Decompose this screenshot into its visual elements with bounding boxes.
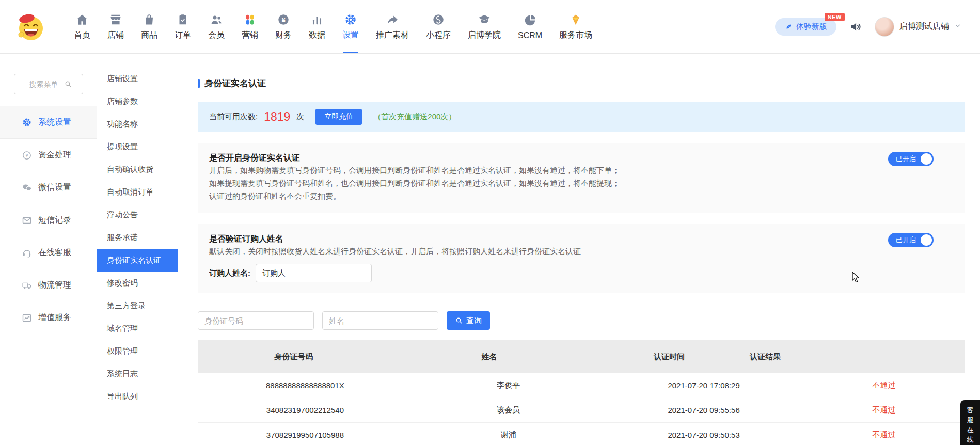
table-header-cell: 身份证号码 <box>198 352 389 362</box>
recharge-button[interactable]: 立即充值 <box>315 109 362 125</box>
nav-item-scrm[interactable]: SCRM <box>516 0 544 53</box>
nav-icon <box>310 12 324 26</box>
nav-icon <box>143 12 156 26</box>
nav-item-service-market[interactable]: 服务市场 <box>558 0 594 53</box>
nav-item-promo-material[interactable]: 推广素材 <box>374 0 410 53</box>
buyer-name-input[interactable] <box>256 264 372 282</box>
nav-item-academy[interactable]: 启博学院 <box>466 0 502 53</box>
sidebar-item-icon <box>22 248 32 258</box>
id-auth-line-2: 如果提现需要填写身份证号码和姓名，也会调用接口判断身份证和姓名是否通过实名认证，… <box>209 177 953 189</box>
app-window: 首页 店铺 商品 订单 会员 <box>0 0 980 445</box>
id-auth-section: 是否开启身份证实名认证 开启后，如果购物需要填写身份证号码，会调用接口判断身份证… <box>198 143 965 213</box>
nav-item-finance[interactable]: 财务 <box>274 0 293 53</box>
table-header-cell: 认证结果 <box>750 352 781 362</box>
page-title: 身份证实名认证 <box>204 77 266 89</box>
verify-name-section: 是否验证订购人姓名 默认关闭，关闭时按照收货人姓名来进行身份证实名认证，开启后，… <box>198 224 965 293</box>
secondary-sidebar: 店铺设置 店铺参数 功能名称 提现设置 自动确认收货 <box>97 54 178 445</box>
nav-item-goods[interactable]: 商品 <box>139 0 159 53</box>
nav-item-home[interactable]: 首页 <box>72 0 92 53</box>
submenu-item[interactable]: 导出队列 <box>97 385 178 408</box>
sidebar-item-system-settings[interactable]: 系统设置 <box>0 106 97 139</box>
nav-icon <box>524 13 537 27</box>
brand-logo-laughing-emoji[interactable] <box>15 12 45 42</box>
announcement-speaker-icon[interactable] <box>849 20 862 34</box>
sidebar-item-logistics[interactable]: 物流管理 <box>0 269 97 301</box>
sidebar-item-value-added[interactable]: 增值服务 <box>0 301 97 334</box>
menu-search-input[interactable] <box>14 74 83 94</box>
submenu-item[interactable]: 域名管理 <box>97 317 178 340</box>
verify-name-toggle[interactable]: 已开启 <box>888 233 934 247</box>
search-icon <box>455 316 463 325</box>
id-auth-title: 是否开启身份证实名认证 <box>209 153 953 164</box>
nav-item-mini-program[interactable]: 小程序 <box>424 0 452 53</box>
submenu-item[interactable]: 系统日志 <box>97 362 178 385</box>
nav-icon <box>569 12 582 26</box>
cell-id-number: 370829199507105988 <box>198 431 413 439</box>
submenu-item[interactable]: 提现设置 <box>97 135 178 158</box>
submenu-item[interactable]: 店铺参数 <box>97 90 178 113</box>
nav-icon <box>176 12 189 26</box>
cell-auth-result: 不通过 <box>803 380 965 390</box>
submenu-item[interactable]: 功能名称 <box>97 113 178 135</box>
submenu-item[interactable]: 身份证实名认证 <box>97 249 178 272</box>
submenu-item[interactable]: 店铺设置 <box>97 67 178 90</box>
sidebar-item-online-service[interactable]: 在线客服 <box>0 236 97 269</box>
page-title-row: 身份证实名认证 <box>198 77 965 89</box>
submenu-item[interactable]: 浮动公告 <box>97 203 178 226</box>
sidebar-item-sms[interactable]: 短信记录 <box>0 204 97 236</box>
nav-item-data[interactable]: 数据 <box>307 0 327 53</box>
primary-sidebar: 系统设置 资金处理 微信设置 短信记录 <box>0 54 97 445</box>
primary-sidebar-items: 系统设置 资金处理 微信设置 短信记录 <box>0 106 97 334</box>
new-badge: NEW <box>825 13 845 21</box>
submenu-item[interactable]: 自动确认收货 <box>97 158 178 181</box>
nav-icon <box>344 12 357 26</box>
sidebar-item-funds[interactable]: 资金处理 <box>0 139 97 171</box>
sidebar-item-wechat[interactable]: 微信设置 <box>0 171 97 204</box>
sidebar-item-icon <box>22 215 32 226</box>
id-auth-toggle[interactable]: 已开启 <box>888 152 934 166</box>
cell-auth-time: 2021-07-20 09:55:56 <box>604 406 803 415</box>
buyer-name-label: 订购人姓名: <box>209 268 250 278</box>
chevron-down-icon <box>954 22 961 31</box>
account-menu[interactable]: 启博测试店铺 <box>875 17 961 37</box>
nav-item-shop[interactable]: 店铺 <box>106 0 125 53</box>
try-new-version-button[interactable]: 体验新版 NEW <box>775 18 836 36</box>
sidebar-item-icon <box>22 150 32 161</box>
quota-label: 当前可用次数: <box>209 112 258 122</box>
buyer-name-field-row: 订购人姓名: <box>209 264 953 282</box>
submenu-item[interactable]: 服务承诺 <box>97 226 178 249</box>
page-body: 系统设置 资金处理 微信设置 短信记录 <box>0 54 980 445</box>
query-button[interactable]: 查询 <box>447 311 490 330</box>
nav-item-members[interactable]: 会员 <box>207 0 226 53</box>
main-nav: 首页 店铺 商品 订单 会员 <box>72 0 594 53</box>
id-number-filter-input[interactable] <box>198 311 314 330</box>
customer-service-tab[interactable]: 客服在线 <box>960 400 980 445</box>
cell-name: 该会员 <box>413 405 604 415</box>
nav-item-settings[interactable]: 设置 <box>341 0 360 53</box>
sidebar-item-icon <box>22 183 32 193</box>
bonus-note: （首次充值赠送200次） <box>373 112 456 122</box>
cell-auth-time: 2021-07-20 09:50:53 <box>604 431 803 439</box>
navbar-right: 体验新版 NEW 启博测试店铺 <box>775 17 961 37</box>
id-auth-line-3: 认证过的身份证和姓名不会重复扣费。 <box>209 189 953 202</box>
name-filter-input[interactable] <box>322 311 438 330</box>
table-row: 340823197002212540 该会员 2021-07-20 09:55:… <box>198 398 965 423</box>
cell-id-number: 340823197002212540 <box>198 406 413 415</box>
search-icon <box>64 80 72 88</box>
nav-item-orders[interactable]: 订单 <box>173 0 193 53</box>
submenu-item[interactable]: 第三方登录 <box>97 294 178 317</box>
avatar <box>875 17 894 37</box>
top-navbar: 首页 店铺 商品 订单 会员 <box>0 0 980 54</box>
verify-name-desc: 默认关闭，关闭时按照收货人姓名来进行身份证实名认证，开启后，将按照订购人姓名来进… <box>209 245 953 258</box>
toggle-knob <box>921 153 932 165</box>
menu-search-box[interactable] <box>14 74 83 94</box>
nav-item-marketing[interactable]: 营销 <box>240 0 260 53</box>
title-accent-bar <box>198 79 200 88</box>
submenu-item[interactable]: 自动取消订单 <box>97 181 178 203</box>
sidebar-item-icon <box>22 313 32 323</box>
submenu-item[interactable]: 修改密码 <box>97 272 178 294</box>
toggle-knob <box>921 234 932 246</box>
submenu-item[interactable]: 权限管理 <box>97 340 178 362</box>
table-row: 370829199507105988 谢浦 2021-07-20 09:50:5… <box>198 423 965 445</box>
nav-icon <box>277 12 290 26</box>
